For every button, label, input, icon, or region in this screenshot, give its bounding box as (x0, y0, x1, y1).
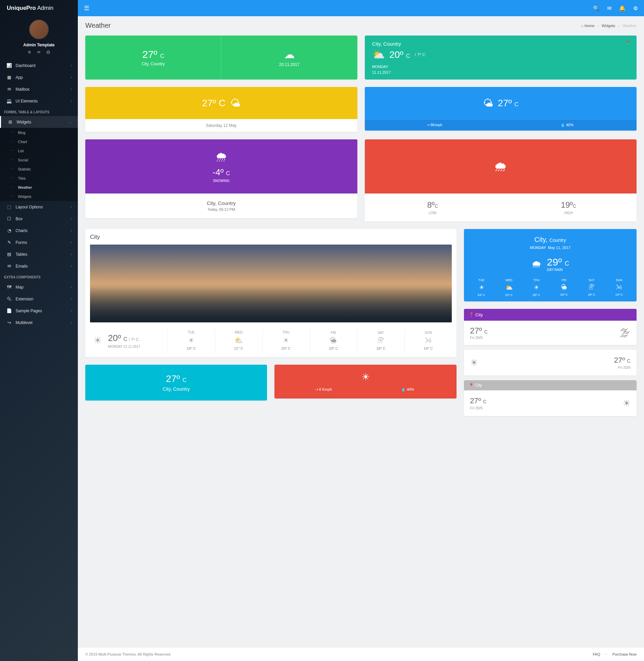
page-title: Weather (85, 22, 111, 29)
forecast-day: FRI🌦20º C (310, 329, 357, 352)
weather-card-yellow: 27º C🌤 Saturday 12 May (85, 87, 357, 132)
nav-map[interactable]: 🗺Map› (0, 281, 78, 293)
nav-layout-options[interactable]: ⬚Layout Options› (0, 201, 78, 213)
w10-wind: ⇢ 8 Kmph (281, 387, 365, 392)
nav-dashboard[interactable]: 📊Dashboard› (0, 60, 78, 71)
subnav-widgets[interactable]: Widgets (0, 192, 78, 201)
mail-icon[interactable]: ✉ (607, 5, 612, 12)
subnav-social[interactable]: Social (0, 155, 78, 164)
nav-charts[interactable]: ◔Charts› (0, 225, 78, 236)
w4-humidity: 💧 40% (501, 123, 633, 127)
sun-icon: ☀ (623, 398, 630, 409)
nav-emails[interactable]: ✉Emails› (0, 260, 78, 272)
nav-ui-elements[interactable]: 💻UI Elements› (0, 95, 78, 107)
city-summary-card: 📍 City 27º C Fri 20/5 🌫 (464, 309, 637, 345)
topbar: ☰ 🔍 ✉ 🔔 ⚙ (78, 0, 644, 16)
w8-temp: 29º C (547, 256, 569, 268)
w13-date: Fri 20/5 (470, 406, 487, 410)
subnav-chart[interactable]: Chart (0, 137, 78, 146)
weather-card-purple: 🌨 -4º C SNOWING City, Country Today, 05:… (85, 139, 357, 218)
gear-icon[interactable]: ⚙ (633, 5, 638, 12)
w7-title: City (90, 234, 452, 241)
box-icon: ☐ (6, 216, 12, 221)
footer: © 2019 Multi-Purpose Themes. All Rights … (78, 647, 644, 661)
w9-temp: 27º C (94, 373, 258, 384)
subnav-statistic[interactable]: Statistic (0, 164, 78, 174)
breadcrumb-widgets[interactable]: Widgets (602, 24, 615, 28)
w7-today-temp: 20º C (108, 333, 127, 343)
map-icon: 🗺 (6, 284, 12, 290)
w6-low: 8ºC (365, 200, 501, 210)
rain-icon: 🌧 (494, 159, 507, 174)
snow-icon: 🌨 (215, 150, 227, 164)
sun-icon: ☀ (168, 336, 215, 344)
w12-date: Fri 20/5 (614, 365, 630, 369)
grid-icon: ▦ (6, 75, 12, 80)
sun-icon: ☀ (281, 371, 449, 383)
w2-min: / 7º C (415, 52, 425, 57)
profile-power-icon[interactable]: ⏻ (46, 50, 50, 54)
sun-icon: ☀ (93, 335, 102, 346)
footer-faq[interactable]: FAQ (593, 652, 600, 656)
w2-temp: 20º C (390, 49, 410, 60)
brand-logo[interactable]: UniquePro Admin (0, 0, 78, 16)
cloud-icon: ☁ (284, 48, 295, 61)
fog-icon: 🌫 (620, 327, 630, 339)
w13-header: 📍 City (464, 380, 637, 390)
nav-forms[interactable]: ✎Forms› (0, 236, 78, 248)
nav-header-extra: EXTRA COMPONENTS (0, 272, 78, 281)
w2-location: City, Country (372, 41, 629, 47)
subnav-list[interactable]: List (0, 146, 78, 155)
profile-mail-icon[interactable]: ✉ (37, 50, 40, 54)
avatar[interactable] (29, 20, 49, 39)
weather-card-teal: City, Country ⛅ 20º C / 7º C MONDAY 11.1… (365, 36, 637, 79)
w8-day: WED⛅21º C (496, 278, 521, 297)
subnav-tiles[interactable]: Tiles (0, 174, 78, 183)
w5-location: City, Country (92, 200, 351, 206)
weather-card-red: 🌧 8ºCLOW 19ºCHIGH (365, 139, 637, 222)
nav-extension[interactable]: 🔌Extension› (0, 293, 78, 305)
rain-icon: 🌦 (310, 337, 357, 344)
weather-card-blue: 🌤27º C ⇢ 8Kmph 💧 40% (365, 87, 637, 131)
layout-icon: ⬚ (6, 204, 12, 209)
nav-widgets[interactable]: ⊞Widgets⌄ (0, 116, 78, 128)
sidebar-forecast-card: City, Country MONDAY May 11, 2017 🌧 29º … (464, 229, 637, 301)
w8-day: SAT⛈18º C (579, 278, 604, 297)
nav-box[interactable]: ☐Box› (0, 213, 78, 225)
subnav-blog[interactable]: Blog (0, 128, 78, 137)
profile-block: Admin Template ⚙ ✉ ⏻ (0, 16, 78, 60)
sun-cloud-icon: ⛅ (372, 49, 385, 61)
footer-purchase[interactable]: Purchase Now (612, 652, 637, 656)
nav-multilevel[interactable]: ↪Multilevel› (0, 317, 78, 328)
city-forecast-card: City ☀ 20º C / 7º C MONDAY 11.11.2017 TU… (85, 229, 457, 357)
w11-header: 📍 City (464, 309, 637, 321)
w11-date: Fri 20/5 (470, 336, 488, 340)
nav-app[interactable]: ▦App› (0, 71, 78, 83)
w6-high: 19ºC (501, 200, 637, 210)
sidebar: UniquePro Admin Admin Template ⚙ ✉ ⏻ 📊Da… (0, 0, 78, 661)
plug-icon: 🔌 (6, 296, 12, 301)
forecast-day: SAT⛈18º C (357, 329, 404, 352)
w2-day: MONDAY (372, 64, 629, 70)
bell-icon[interactable]: 🔔 (619, 5, 626, 12)
envelope-icon: ✉ (6, 264, 12, 269)
w8-day: TUE☀24º C (469, 278, 494, 297)
weather-card-green: 27º C City, Country ☁ 20.11.2017 (85, 36, 357, 79)
sun-fog-icon: 🌤 (483, 97, 493, 109)
w5-temp: -4º C (213, 167, 230, 178)
hamburger-icon[interactable]: ☰ (84, 4, 89, 12)
breadcrumb-home[interactable]: Home (584, 24, 594, 28)
search-icon[interactable]: 🔍 (593, 5, 600, 12)
w7-today-date: MONDAY 11.11.2017 (108, 345, 140, 348)
nav-mailbox[interactable]: ✉Mailbox› (0, 83, 78, 95)
profile-settings-icon[interactable]: ⚙ (28, 50, 31, 54)
share-icon: ↪ (6, 320, 12, 325)
nav-tables[interactable]: ▤Tables› (0, 248, 78, 260)
cloud-sun-icon: ⛅ (215, 336, 262, 344)
nav-sample-pages[interactable]: 📄Sample Pages› (0, 305, 78, 317)
subnav-weather[interactable]: Weather (0, 183, 78, 192)
w8-day: FRI🌦20º C (551, 278, 577, 297)
table-icon: ▤ (6, 252, 12, 257)
chevron-right-icon: › (71, 64, 72, 67)
rain-icon: 🌧 (531, 258, 541, 270)
